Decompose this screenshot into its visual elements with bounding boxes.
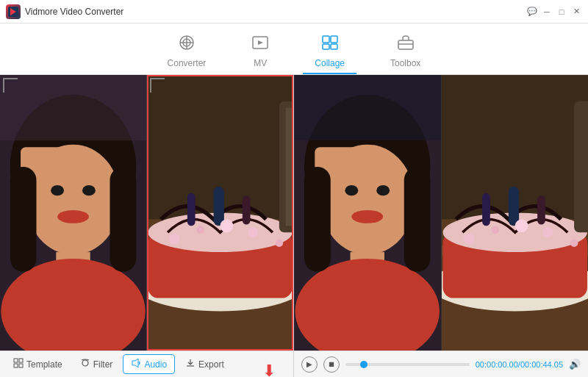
toolbox-icon: [397, 35, 415, 55]
svg-rect-10: [331, 44, 337, 49]
svg-rect-56: [304, 167, 331, 272]
export-toolbar-label: Export: [198, 359, 224, 370]
left-toolbar: Template Filter Audio Export: [0, 351, 293, 377]
main-content: Template Filter Audio Export: [0, 75, 588, 377]
svg-rect-23: [110, 167, 137, 272]
svg-point-70: [491, 226, 499, 234]
play-button[interactable]: ▶: [301, 356, 318, 373]
right-video-cell-2[interactable]: [442, 75, 589, 351]
mv-icon: [251, 35, 269, 55]
template-btn[interactable]: Template: [6, 355, 70, 373]
svg-rect-8: [331, 36, 337, 43]
tab-collage-label: Collage: [315, 58, 345, 68]
title-bar-left: Vidmore Video Converter: [6, 4, 123, 19]
tab-converter-label: Converter: [168, 58, 207, 68]
svg-point-37: [196, 226, 204, 234]
close-btn[interactable]: ✕: [570, 6, 582, 18]
right-video-area: [294, 75, 588, 351]
left-panel: Template Filter Audio Export: [0, 75, 294, 377]
svg-point-19: [57, 210, 89, 223]
svg-rect-32: [214, 187, 224, 226]
tab-mv-label: MV: [254, 58, 267, 68]
svg-rect-22: [10, 167, 37, 272]
svg-rect-43: [14, 364, 18, 367]
svg-point-52: [376, 185, 390, 195]
svg-rect-11: [398, 40, 413, 49]
svg-rect-7: [323, 36, 329, 43]
svg-rect-44: [19, 364, 23, 367]
video-cell-2[interactable]: [147, 75, 293, 351]
export-toolbar-btn[interactable]: Export: [178, 355, 232, 373]
converter-icon: [178, 35, 196, 55]
svg-point-17: [51, 185, 64, 195]
svg-point-36: [169, 234, 179, 244]
right-video-cell-1[interactable]: [294, 75, 442, 351]
svg-rect-42: [19, 359, 23, 362]
svg-rect-41: [14, 359, 18, 362]
minimize-btn[interactable]: ─: [541, 6, 553, 18]
tab-toolbox[interactable]: Toolbox: [379, 30, 432, 74]
svg-rect-66: [508, 187, 518, 226]
title-bar: Vidmore Video Converter 💬 ─ □ ✕: [0, 0, 588, 24]
svg-point-38: [220, 219, 234, 232]
template-label: Template: [26, 359, 62, 370]
app-title: Vidmore Video Converter: [25, 7, 123, 17]
svg-point-45: [82, 360, 88, 366]
volume-icon[interactable]: 🔊: [569, 359, 581, 370]
progress-bar[interactable]: [345, 363, 470, 366]
tab-collage[interactable]: Collage: [303, 30, 356, 74]
svg-marker-46: [132, 359, 138, 367]
app-icon: [6, 4, 21, 19]
svg-rect-58: [294, 75, 441, 140]
nav-tabs: Converter MV Collage: [0, 24, 588, 75]
svg-point-71: [514, 219, 528, 232]
svg-rect-67: [537, 195, 545, 224]
playback-controls: ▶ ⏹ 00:00:00.00/00:00:44.05 🔊: [294, 351, 588, 377]
filter-label: Filter: [93, 359, 113, 370]
svg-rect-31: [187, 193, 196, 226]
right-girl-thumb: [294, 75, 441, 351]
maximize-btn[interactable]: □: [556, 6, 567, 18]
right-cake-thumb: [442, 75, 589, 351]
audio-icon: [131, 358, 141, 370]
stop-button[interactable]: ⏹: [323, 356, 340, 373]
corner-indicator-1: [3, 78, 18, 93]
filter-btn[interactable]: Filter: [73, 355, 121, 373]
arrow-down-indicator: ⬇: [262, 362, 276, 377]
svg-rect-65: [482, 193, 490, 226]
progress-dot: [360, 361, 368, 368]
tab-toolbox-label: Toolbox: [390, 58, 420, 68]
svg-point-53: [351, 210, 383, 223]
svg-rect-9: [323, 44, 329, 49]
svg-point-73: [570, 239, 578, 247]
video-cell-1[interactable]: [0, 75, 147, 351]
time-display: 00:00:00.00/00:00:44.05: [476, 360, 563, 369]
audio-btn[interactable]: Audio: [123, 354, 175, 374]
svg-point-39: [248, 227, 258, 237]
svg-point-69: [464, 234, 474, 244]
svg-point-72: [542, 227, 553, 237]
filter-icon: [80, 358, 90, 370]
window-controls: 💬 ─ □ ✕: [526, 6, 582, 18]
svg-point-40: [276, 239, 284, 247]
tab-mv[interactable]: MV: [240, 30, 281, 74]
export-icon: [185, 358, 196, 370]
left-video-area: [0, 75, 293, 351]
svg-rect-24: [0, 75, 146, 140]
svg-rect-33: [243, 195, 251, 224]
template-icon: [13, 358, 24, 370]
collage-icon: [321, 35, 339, 55]
tab-converter[interactable]: Converter: [156, 30, 218, 74]
cake-video-thumb: [147, 75, 293, 351]
audio-label: Audio: [144, 359, 167, 370]
girl-video-thumb: [0, 75, 146, 351]
right-panel: ▶ ⏹ 00:00:00.00/00:00:44.05 🔊: [294, 75, 588, 377]
svg-point-51: [345, 185, 358, 195]
message-btn[interactable]: 💬: [526, 6, 538, 18]
svg-rect-35: [286, 108, 293, 226]
svg-rect-57: [404, 167, 431, 272]
svg-point-18: [82, 185, 96, 195]
corner-indicator-2: [150, 78, 165, 93]
svg-rect-68: [574, 101, 588, 233]
